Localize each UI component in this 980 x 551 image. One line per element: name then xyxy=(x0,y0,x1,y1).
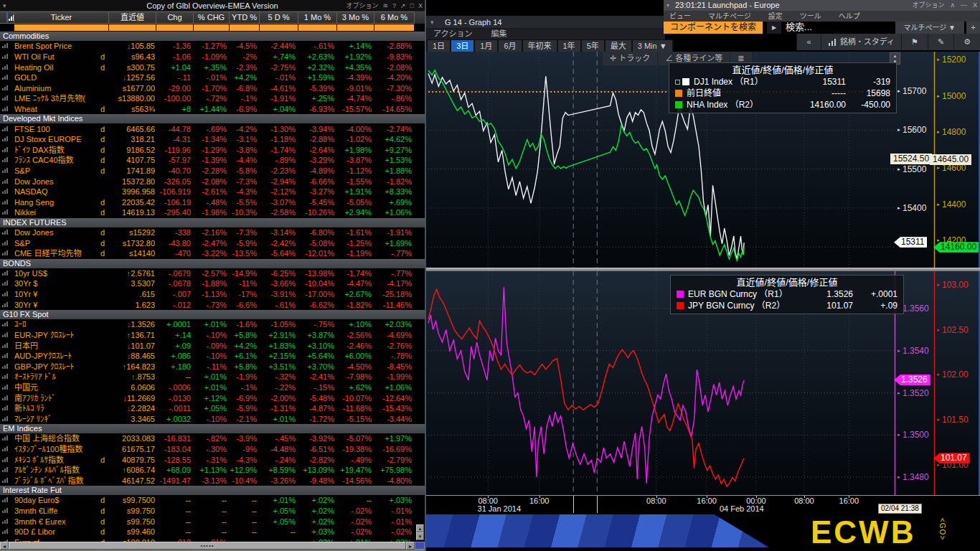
legend-item[interactable]: EUR BGN Curncy （R1）1.3526+.0001 xyxy=(677,288,897,300)
table-row[interactable]: Heating Oilds300.75+1.04+.35%-2.3%-2.75%… xyxy=(0,62,425,72)
launchpad-titlebar[interactable]: ▾ 23:01:21 Launchpad - Europe オプション ∧ — … xyxy=(664,0,980,11)
table-row[interactable]: Aluminiums1677.00-29.00-1.70%-6.8%-4.61%… xyxy=(0,83,425,93)
column-header-2[interactable]: Chg xyxy=(156,11,194,24)
table-row[interactable]: WTI Oil Futds96.43-1.06-1.09%-2%+.74%+2.… xyxy=(0,52,425,62)
security-study-button[interactable]: 銘柄・スタディ xyxy=(821,34,901,50)
table-row[interactable]: GBP-JPY ｸﾛｽﾚｰﾄ↑164.823+.180-.11%+5.8%+3.… xyxy=(0,361,425,372)
table-row[interactable]: 10yr US$↑2.5761-.0679-2.57%-14.9%-6.25%-… xyxy=(0,268,425,279)
table-row[interactable]: ｲｽﾀﾝﾌﾞｰﾙ100種指数61675.17-183.04-.30%-9%-4.… xyxy=(0,444,425,455)
legend-item[interactable]: JPY BGN Curncy （R2）101.07+.09 xyxy=(677,300,897,311)
table-row[interactable]: 日本円↓101.07+.09-.09%+4.2%+1.83%+3.10%-2.4… xyxy=(0,340,425,351)
options-menu[interactable]: オプション xyxy=(346,0,378,11)
filter-cell[interactable] xyxy=(156,24,193,31)
column-header-4[interactable]: YTD % xyxy=(230,11,260,24)
filter-cell[interactable] xyxy=(230,24,259,31)
menu-item[interactable]: ヘルプ xyxy=(839,11,860,22)
column-header-6[interactable]: 1 Mo % xyxy=(298,11,337,24)
table-row[interactable]: 30Yr ¥1.623-.012-.73%-6.6%-.61%-6.62%-1.… xyxy=(0,299,425,310)
menu-item[interactable]: 設定 xyxy=(768,11,783,22)
chart-tool-トラック[interactable]: ✛ トラック xyxy=(603,52,658,65)
tab-3日[interactable]: 3日 xyxy=(451,40,473,52)
column-header-5[interactable]: 5 D % xyxy=(260,11,298,24)
table-row[interactable]: DJ Stoxx EUROPEd318.21-4.31-1.34%-3.1%-1… xyxy=(0,134,425,145)
scroll-left-icon[interactable]: ◄ xyxy=(0,542,9,550)
window-menu-caret-icon[interactable]: ▾ xyxy=(666,0,669,11)
tab-最大[interactable]: 最大 xyxy=(606,40,631,52)
search-go-icon[interactable]: ▶ xyxy=(767,22,781,34)
filter-cell[interactable] xyxy=(374,24,414,31)
menu-item[interactable]: アクション xyxy=(433,29,472,39)
legend-item[interactable]: 前日終値-----15698 xyxy=(675,88,890,99)
search-input[interactable]: 検索... xyxy=(781,22,812,34)
table-row[interactable]: 中国元6.0606-.0006+.01%-.1%-.22%-.15%+.62%+… xyxy=(0,382,425,393)
table-row[interactable]: ﾏﾚｰｼｱ ﾘﾝｷﾞ3.3465+.0032-.10%-2.1%+.01%-1.… xyxy=(0,414,425,425)
settings-gear-icon[interactable]: ⚙ xyxy=(953,34,980,50)
tab-1年[interactable]: 1年 xyxy=(558,40,580,52)
menu-item[interactable]: ビュー xyxy=(669,11,691,22)
filter-cell[interactable] xyxy=(337,24,374,31)
help-icon[interactable]: ? xyxy=(392,0,396,11)
window-menu-caret-icon[interactable]: ▾ xyxy=(430,16,434,29)
graph-titlebar[interactable]: ▾ G 14 - Graph 14 xyxy=(426,16,665,29)
table-row[interactable]: AUD-JPYｸﾛｽﾚｰﾄ↓88.465+.086-.10%+6.1%+2.15… xyxy=(0,351,425,362)
table-row[interactable]: Dow Jonesds15292-338-2.16%-7.3%-3.14%-6.… xyxy=(0,227,425,238)
menu-item[interactable]: マルチページ xyxy=(708,11,751,22)
tab-5年[interactable]: 5年 xyxy=(582,40,604,52)
add-page-button[interactable]: + xyxy=(966,22,980,34)
table-row[interactable]: ﾒｷｼｺ ﾎﾞﾙｻ指数d40879.75-128.55-.31%-4.3%-.2… xyxy=(0,454,425,465)
tab-1日[interactable]: 1日 xyxy=(428,40,450,52)
table-row[interactable]: ﾌﾞﾗｼﾞﾙ ﾎﾞﾍﾞｽﾊﾟ指数46147.52-1491.47-3.13%-1… xyxy=(0,476,425,486)
currency-chart[interactable]: 直近値/終値/価格/修正値 EUR BGN Curncy （R1）1.3526+… xyxy=(426,271,980,495)
legend-item[interactable]: DJ1 Index （R1）15311-319 xyxy=(675,76,890,88)
collapse-toolbar-icon[interactable]: « xyxy=(796,34,821,50)
table-row[interactable]: 南ｱﾌﾘｶ ﾗﾝﾄﾞ↓11.2669-.0130+.12%-6.9%-2.00%… xyxy=(0,392,425,403)
monitor-chart-icon[interactable] xyxy=(0,11,14,24)
filter-cell[interactable] xyxy=(260,24,298,31)
legend-item[interactable]: NHA Index （R2）14160.00-450.00 xyxy=(675,99,890,110)
column-header-8[interactable]: 6 Mo % xyxy=(374,11,415,24)
table-filter-row[interactable] xyxy=(0,24,425,32)
table-row[interactable]: LME ﾆｯｹﾙ 3ｶ月先物(s13880.00-100.00-.72%-.1%… xyxy=(0,93,425,104)
table-row[interactable]: GOLD↓1257.56-.11-.01%+4.2%-.01%+1.59%-4.… xyxy=(0,72,425,83)
table-row[interactable]: Nikkeid14619.13-295.40-1.98%-10.3%-2.58%… xyxy=(0,207,425,218)
table-row[interactable]: FTSE 100d6465.66-44.78-.69%-4.2%-1.30%-3… xyxy=(0,123,425,134)
tab-3 Min ▼[interactable]: 3 Min ▼ xyxy=(633,40,672,52)
table-row[interactable]: S&Pds1732.80-43.80-2.47%-5.9%-2.42%-5.08… xyxy=(0,237,425,248)
annotation-flag-icon[interactable]: ⚑ xyxy=(901,34,928,50)
vertical-scrollbar[interactable]: ▲ ▼ xyxy=(416,524,424,540)
scrollbar-thumb[interactable]: ••••• xyxy=(9,542,406,550)
table-row[interactable]: Brent Spot Price↓105.85-1.36-1.27%-4.5%-… xyxy=(0,41,425,52)
table-row[interactable]: ﾌﾗﾝｽ CAC40指数d4107.75-57.97-1.39%-4.4%-.8… xyxy=(0,155,425,166)
close-icon[interactable]: X xyxy=(973,0,977,11)
column-header-3[interactable]: % CHG xyxy=(194,11,230,24)
maximize-icon[interactable]: □ xyxy=(410,0,414,11)
table-row[interactable]: 3mnth € Eurexds99.750------+.05%+.02%-.0… xyxy=(0,516,425,527)
table-row[interactable]: 90D £ Libords99.460--------+.03%-.02%-.0… xyxy=(0,527,425,537)
table-row[interactable]: Dow Jones15372.80-326.05-2.08%-7.3%-2.94… xyxy=(0,176,425,187)
table-row[interactable]: ﾄﾞｲﾂ DAX指数d9186.52-119.96-1.29%-3.8%-1.7… xyxy=(0,144,425,155)
table-row[interactable]: 3mnth €Liffeds99.750------+.05%+.02%-.02… xyxy=(0,506,425,517)
table-row[interactable]: ｱﾙｾﾞﾝﾁﾝ ﾒﾙﾊﾞﾙ指数↑6086.74+68.09+1.13%+12.9… xyxy=(0,465,425,476)
tab-6月[interactable]: 6月 xyxy=(499,40,521,52)
monitor-titlebar[interactable]: ▾ Copy of Glbl Overview-EMEA Version オプシ… xyxy=(0,0,425,11)
horizontal-scrollbar[interactable]: ◄ ••••• ► xyxy=(0,542,415,550)
filter-cell[interactable] xyxy=(298,24,336,31)
table-row[interactable]: 30Yr $3.5307-.0678-1.88%-11%-3.66%-10.04… xyxy=(0,278,425,289)
tab-1月[interactable]: 1月 xyxy=(475,40,497,52)
table-row[interactable]: NASDAQ3996.958-106.919-2.61%-4.3%-2.12%-… xyxy=(0,187,425,197)
column-header-0[interactable]: Ticker xyxy=(14,11,109,24)
scroll-down-icon[interactable]: ▼ xyxy=(416,532,424,540)
table-row[interactable]: 10Yr ¥.615-.007-1.13%-17%-3.91%-17.00%+2… xyxy=(0,289,425,300)
column-header-7[interactable]: 3 Mo % xyxy=(337,11,374,24)
table-row[interactable]: EUR-JPY ｸﾛｽﾚｰﾄ↑136.71+.14-.10%+5.8%+2.91… xyxy=(0,330,425,341)
tab-年初来[interactable]: 年初来 xyxy=(523,40,557,52)
collapse-icon[interactable]: ∧ xyxy=(950,0,955,11)
multipage-dropdown[interactable]: マルチページ ▼ xyxy=(895,22,965,34)
table-row[interactable]: 90day Euro$ds99.7500------+.01%+.02%--+.… xyxy=(0,495,425,506)
scroll-right-icon[interactable]: ► xyxy=(406,542,415,550)
note-edit-icon[interactable]: ✎ xyxy=(928,34,954,50)
window-menu-caret-icon[interactable]: ▾ xyxy=(3,0,6,11)
filter-cell[interactable] xyxy=(14,24,108,31)
table-row[interactable]: Wheatds563¾+8+1.44%-6.9%+.04%-6.93%-15.5… xyxy=(0,104,425,115)
menu-item[interactable]: ツール xyxy=(800,11,821,22)
